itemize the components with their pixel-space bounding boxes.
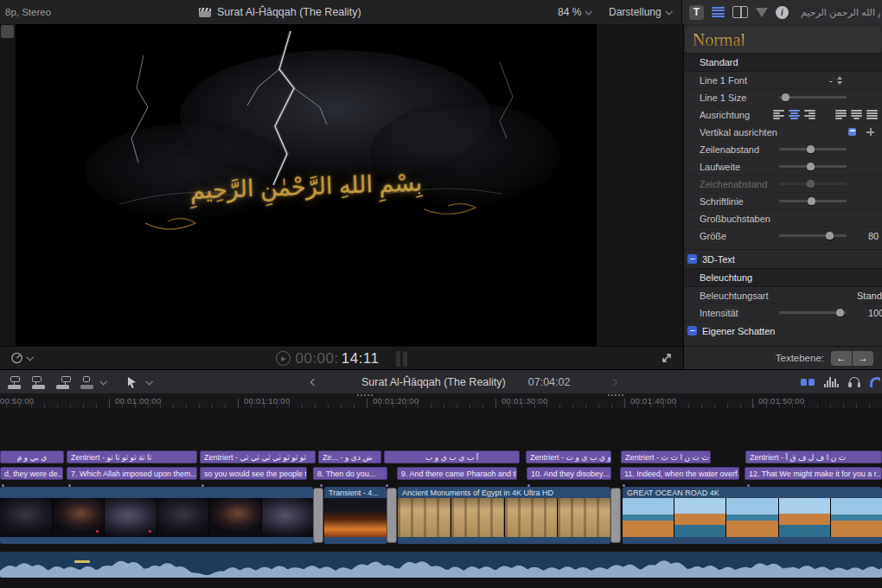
info-inspector-icon[interactable]: i bbox=[776, 6, 789, 19]
transition-handle[interactable] bbox=[313, 488, 323, 543]
subtitle-clip[interactable]: d, they were de... bbox=[0, 467, 63, 480]
video-inspector-icon[interactable] bbox=[732, 6, 748, 18]
justify-left-icon[interactable] bbox=[835, 110, 847, 119]
timeline-ruler[interactable]: 00:50:0000:01:00:0000:01:10:0000:01:20:0… bbox=[0, 393, 882, 409]
title-clip[interactable]: Zentriert - ث ن ا ث ث ن ا ث ث bbox=[621, 451, 711, 463]
font-stepper[interactable]: - bbox=[829, 75, 842, 86]
slider-knob[interactable] bbox=[782, 93, 789, 101]
text-style-preview[interactable]: Normal bbox=[686, 27, 881, 53]
title-clip[interactable]: Zentriert - ثا ثة ثو ثو ثا ثو bbox=[67, 451, 197, 463]
video-clip[interactable] bbox=[0, 487, 313, 544]
back-chevron-icon[interactable] bbox=[310, 379, 317, 386]
video-clip-thumbnails bbox=[398, 498, 610, 537]
slider-track[interactable] bbox=[779, 234, 847, 237]
slider-track[interactable] bbox=[779, 182, 847, 185]
video-clip[interactable]: Transient - 4... bbox=[324, 487, 387, 544]
transition-inspector-icon[interactable] bbox=[756, 8, 768, 17]
align-right-icon[interactable] bbox=[804, 110, 815, 119]
expand-icon bbox=[661, 352, 673, 364]
timeline-project-title[interactable]: Surat Al-Ĥāqqah (The Reality) bbox=[361, 376, 506, 388]
row-label: Beleuchtungsart bbox=[684, 291, 779, 301]
stepper-arrows-icon[interactable] bbox=[837, 76, 842, 85]
append-edit-icon[interactable] bbox=[55, 376, 71, 389]
row-label: Beleuchtung bbox=[684, 272, 752, 283]
expand-viewer-button[interactable] bbox=[661, 352, 673, 367]
slider-knob[interactable] bbox=[826, 232, 834, 240]
checkbox-checked-icon[interactable] bbox=[687, 254, 697, 264]
thumbnail-storm bbox=[0, 498, 52, 537]
row-label: Standard bbox=[684, 57, 738, 67]
thumbnail-storm bbox=[53, 498, 105, 537]
title-inspector-icon[interactable] bbox=[712, 7, 725, 17]
ruler-label: 00:01:20:00 bbox=[373, 396, 419, 406]
video-clip[interactable]: Ancient Monuments of Egypt in 4K Ultra H… bbox=[398, 487, 610, 544]
slider-track[interactable] bbox=[779, 311, 847, 314]
insert-edit-icon[interactable] bbox=[31, 376, 47, 389]
subtitle-clip[interactable]: 7. Which Allah imposed upon them... bbox=[67, 467, 197, 480]
slider-knob[interactable] bbox=[807, 180, 815, 188]
transition-handle[interactable] bbox=[610, 488, 621, 543]
view-options-menu[interactable]: Darstellung bbox=[609, 0, 671, 24]
text-inspector-icon[interactable]: T bbox=[689, 5, 704, 20]
audio-skimming-toggle-icon[interactable] bbox=[824, 377, 839, 387]
slider-track[interactable] bbox=[779, 148, 847, 150]
final-cut-pro-window: 8p, Stereo Surat Al-Ĥāqqah (The Reality)… bbox=[0, 0, 882, 588]
audio-marker bbox=[74, 560, 90, 563]
audio-clip[interactable] bbox=[0, 552, 882, 578]
zoom-level-menu[interactable]: 84 % bbox=[558, 0, 591, 24]
subtitle-clip[interactable]: 12. That We might make it for you a r... bbox=[745, 467, 882, 480]
slider-track[interactable] bbox=[779, 96, 847, 99]
title-clip[interactable]: Zentriert - ث ن ا ف ل ف ق آ bbox=[745, 451, 882, 463]
title-clip[interactable]: Zentriert - ثو ثو ثو ثي ثي ثي ثي bbox=[200, 451, 316, 463]
checkbox-checked-icon[interactable] bbox=[687, 326, 697, 336]
row-label: Eigener Schatten bbox=[697, 326, 775, 336]
slider-knob[interactable] bbox=[808, 197, 815, 205]
timecode-display[interactable]: ▶ 00:00: 14:11 bbox=[0, 347, 683, 370]
justify-center-icon[interactable] bbox=[851, 110, 862, 119]
next-layer-button[interactable]: → bbox=[853, 351, 873, 366]
slider-value[interactable]: 100 bbox=[868, 308, 882, 318]
align-center-icon[interactable] bbox=[789, 110, 800, 119]
justify-right-icon[interactable] bbox=[866, 110, 878, 119]
vertical-distribute-icon[interactable] bbox=[866, 128, 874, 136]
align-left-icon[interactable] bbox=[773, 110, 784, 119]
previous-layer-button[interactable]: ← bbox=[831, 351, 852, 366]
title-clip[interactable]: Ze... - ش دي و bbox=[318, 451, 381, 463]
forward-chevron-icon[interactable] bbox=[610, 379, 617, 386]
slider-track[interactable] bbox=[779, 165, 847, 168]
subtitle-clip[interactable]: 10. And they disobey... bbox=[527, 467, 611, 480]
slider-knob[interactable] bbox=[807, 145, 815, 153]
pointer-tool-icon[interactable] bbox=[126, 376, 137, 389]
solo-toggle-icon[interactable] bbox=[848, 377, 860, 387]
popup-value[interactable]: Standard bbox=[857, 291, 882, 301]
title-clip[interactable]: آ ب ي ب ي و ب bbox=[384, 451, 520, 463]
overwrite-edit-icon[interactable] bbox=[80, 376, 95, 389]
title-clip[interactable]: ي بي و م bbox=[0, 451, 64, 463]
transition-handle[interactable] bbox=[387, 488, 397, 543]
project-title: Surat Al-Ĥāqqah (The Reality) bbox=[217, 6, 361, 18]
snapping-toggle-icon[interactable] bbox=[870, 377, 880, 387]
connect-edit-icon[interactable] bbox=[7, 376, 22, 389]
subtitle-clip[interactable]: so you would see the people t... bbox=[200, 467, 307, 480]
subtitle-clip[interactable]: 8. Then do you... bbox=[313, 467, 387, 480]
text-inspector-panel: Normal StandardLine 1 Font-Line 1 SizeAu… bbox=[683, 24, 882, 346]
subtitle-clip-label: 10. And they disobey... bbox=[527, 470, 611, 478]
ruler-major-tick bbox=[238, 399, 239, 408]
chevron-down-icon[interactable] bbox=[99, 378, 106, 385]
viewer-corner-button[interactable] bbox=[1, 25, 14, 38]
skimming-toggle-icon[interactable] bbox=[801, 379, 815, 386]
slider-value[interactable]: 80 bbox=[868, 231, 879, 241]
vertical-align-top-icon[interactable] bbox=[848, 128, 856, 136]
title-clip[interactable]: Zentriert - ي و ي ب ي و ت bbox=[526, 451, 611, 463]
inspector-rows: StandardLine 1 Font-Line 1 SizeAusrichtu… bbox=[684, 53, 882, 340]
thumbnail-storm bbox=[262, 498, 314, 537]
text-layer-navigator: Textebene: ← → bbox=[683, 346, 882, 369]
slider-knob[interactable] bbox=[836, 309, 844, 316]
chevron-down-icon[interactable] bbox=[145, 378, 152, 385]
subtitle-clip[interactable]: 9. And there came Pharaoh and th... bbox=[397, 467, 517, 480]
video-clip[interactable]: GREAT OCEAN ROAD 4K bbox=[623, 487, 882, 544]
slider-knob[interactable] bbox=[807, 163, 815, 170]
audio-meters[interactable] bbox=[396, 351, 407, 367]
slider-track[interactable] bbox=[779, 200, 847, 202]
subtitle-clip[interactable]: 11. Indeed, when the water overf... bbox=[620, 467, 739, 480]
